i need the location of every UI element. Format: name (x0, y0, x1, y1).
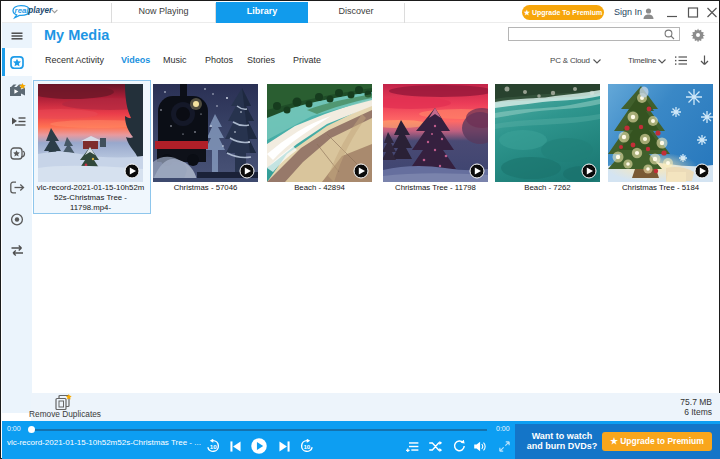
svg-text:player: player (27, 6, 53, 15)
svg-text:real: real (15, 6, 30, 15)
svg-text:10: 10 (303, 443, 310, 450)
svg-text:10: 10 (210, 443, 217, 450)
